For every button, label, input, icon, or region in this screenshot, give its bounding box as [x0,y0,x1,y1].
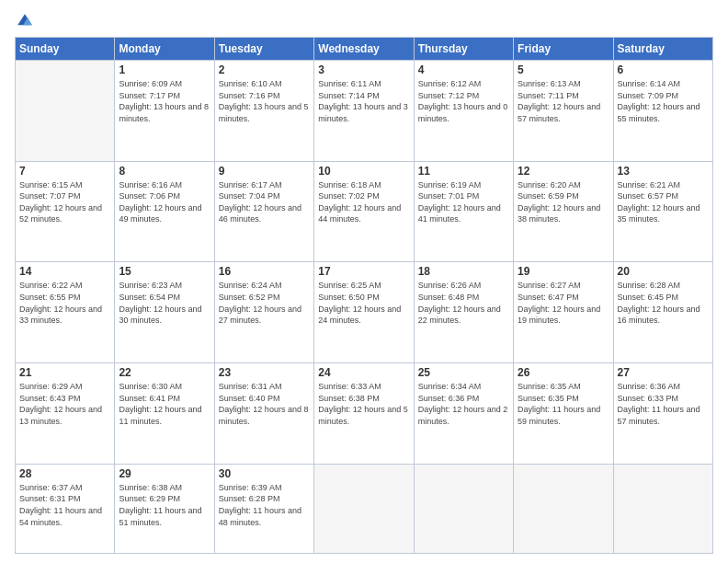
day-number: 24 [318,366,409,379]
day-number: 6 [618,63,709,76]
day-info: Sunrise: 6:27 AMSunset: 6:47 PMDaylight:… [518,280,609,326]
calendar-cell: 30Sunrise: 6:39 AMSunset: 6:28 PMDayligh… [214,464,313,553]
calendar-week-row: 1Sunrise: 6:09 AMSunset: 7:17 PMDaylight… [16,61,713,162]
calendar-cell: 19Sunrise: 6:27 AMSunset: 6:47 PMDayligh… [514,262,613,363]
day-info: Sunrise: 6:30 AMSunset: 6:41 PMDaylight:… [119,381,210,427]
day-info: Sunrise: 6:16 AMSunset: 7:06 PMDaylight:… [119,179,210,225]
calendar-cell [314,464,414,553]
calendar-cell: 17Sunrise: 6:25 AMSunset: 6:50 PMDayligh… [314,262,414,363]
day-info: Sunrise: 6:37 AMSunset: 6:31 PMDaylight:… [19,482,110,528]
day-number: 25 [418,366,509,379]
calendar-cell [514,464,613,553]
day-info: Sunrise: 6:09 AMSunset: 7:17 PMDaylight:… [119,78,210,124]
calendar-week-row: 21Sunrise: 6:29 AMSunset: 6:43 PMDayligh… [16,363,713,465]
calendar-cell [613,464,712,553]
day-number: 13 [618,165,709,178]
logo [15,13,37,33]
day-number: 11 [418,165,509,178]
day-info: Sunrise: 6:38 AMSunset: 6:29 PMDaylight:… [119,482,210,528]
day-number: 28 [19,467,110,480]
calendar-cell: 16Sunrise: 6:24 AMSunset: 6:52 PMDayligh… [214,262,313,363]
calendar-cell: 28Sunrise: 6:37 AMSunset: 6:31 PMDayligh… [16,464,115,553]
calendar-cell: 27Sunrise: 6:36 AMSunset: 6:33 PMDayligh… [613,363,712,465]
day-info: Sunrise: 6:13 AMSunset: 7:11 PMDaylight:… [518,78,609,124]
calendar-cell: 4Sunrise: 6:12 AMSunset: 7:12 PMDaylight… [414,61,513,162]
day-number: 22 [119,366,210,379]
day-info: Sunrise: 6:19 AMSunset: 7:01 PMDaylight:… [418,179,509,225]
weekday-header-wednesday: Wednesday [314,38,414,61]
calendar-cell: 22Sunrise: 6:30 AMSunset: 6:41 PMDayligh… [115,363,214,465]
calendar-cell: 26Sunrise: 6:35 AMSunset: 6:35 PMDayligh… [514,363,613,465]
calendar-cell: 10Sunrise: 6:18 AMSunset: 7:02 PMDayligh… [314,161,414,262]
day-number: 15 [119,265,210,278]
day-number: 3 [318,63,409,76]
calendar-cell: 20Sunrise: 6:28 AMSunset: 6:45 PMDayligh… [613,262,712,363]
day-number: 7 [19,165,110,178]
calendar-cell: 25Sunrise: 6:34 AMSunset: 6:36 PMDayligh… [414,363,513,465]
day-info: Sunrise: 6:39 AMSunset: 6:28 PMDaylight:… [219,482,310,528]
day-number: 27 [618,366,709,379]
header [15,9,713,33]
day-number: 5 [518,63,609,76]
day-number: 21 [19,366,110,379]
calendar-cell: 18Sunrise: 6:26 AMSunset: 6:48 PMDayligh… [414,262,513,363]
page: SundayMondayTuesdayWednesdayThursdayFrid… [0,0,728,563]
calendar-cell: 6Sunrise: 6:14 AMSunset: 7:09 PMDaylight… [613,61,712,162]
calendar-cell: 9Sunrise: 6:17 AMSunset: 7:04 PMDaylight… [214,161,313,262]
day-info: Sunrise: 6:12 AMSunset: 7:12 PMDaylight:… [418,78,509,124]
day-info: Sunrise: 6:29 AMSunset: 6:43 PMDaylight:… [19,381,110,427]
day-number: 14 [19,265,110,278]
calendar-cell: 14Sunrise: 6:22 AMSunset: 6:55 PMDayligh… [16,262,115,363]
day-number: 26 [518,366,609,379]
weekday-header-thursday: Thursday [414,38,513,61]
weekday-header-sunday: Sunday [16,38,115,61]
day-info: Sunrise: 6:20 AMSunset: 6:59 PMDaylight:… [518,179,609,225]
day-info: Sunrise: 6:36 AMSunset: 6:33 PMDaylight:… [618,381,709,427]
calendar-cell: 7Sunrise: 6:15 AMSunset: 7:07 PMDaylight… [16,161,115,262]
day-info: Sunrise: 6:23 AMSunset: 6:54 PMDaylight:… [119,280,210,326]
day-info: Sunrise: 6:15 AMSunset: 7:07 PMDaylight:… [19,179,110,225]
calendar-week-row: 28Sunrise: 6:37 AMSunset: 6:31 PMDayligh… [16,464,713,553]
day-info: Sunrise: 6:22 AMSunset: 6:55 PMDaylight:… [19,280,110,326]
calendar-cell: 29Sunrise: 6:38 AMSunset: 6:29 PMDayligh… [115,464,214,553]
day-info: Sunrise: 6:31 AMSunset: 6:40 PMDaylight:… [219,381,310,427]
day-number: 19 [518,265,609,278]
day-info: Sunrise: 6:14 AMSunset: 7:09 PMDaylight:… [618,78,709,124]
calendar-cell: 15Sunrise: 6:23 AMSunset: 6:54 PMDayligh… [115,262,214,363]
calendar-cell: 12Sunrise: 6:20 AMSunset: 6:59 PMDayligh… [514,161,613,262]
day-info: Sunrise: 6:18 AMSunset: 7:02 PMDaylight:… [318,179,409,225]
day-info: Sunrise: 6:28 AMSunset: 6:45 PMDaylight:… [618,280,709,326]
calendar-cell: 24Sunrise: 6:33 AMSunset: 6:38 PMDayligh… [314,363,414,465]
calendar-cell: 1Sunrise: 6:09 AMSunset: 7:17 PMDaylight… [115,61,214,162]
day-number: 12 [518,165,609,178]
day-info: Sunrise: 6:34 AMSunset: 6:36 PMDaylight:… [418,381,509,427]
calendar-cell: 3Sunrise: 6:11 AMSunset: 7:14 PMDaylight… [314,61,414,162]
calendar-cell: 23Sunrise: 6:31 AMSunset: 6:40 PMDayligh… [214,363,313,465]
calendar-cell: 13Sunrise: 6:21 AMSunset: 6:57 PMDayligh… [613,161,712,262]
day-number: 9 [219,165,310,178]
day-info: Sunrise: 6:35 AMSunset: 6:35 PMDaylight:… [518,381,609,427]
weekday-header-monday: Monday [115,38,214,61]
logo-icon [17,13,33,29]
day-number: 20 [618,265,709,278]
day-number: 23 [219,366,310,379]
day-info: Sunrise: 6:10 AMSunset: 7:16 PMDaylight:… [219,78,310,124]
day-number: 10 [318,165,409,178]
day-number: 29 [119,467,210,480]
calendar-cell: 2Sunrise: 6:10 AMSunset: 7:16 PMDaylight… [214,61,313,162]
calendar-cell: 11Sunrise: 6:19 AMSunset: 7:01 PMDayligh… [414,161,513,262]
day-info: Sunrise: 6:17 AMSunset: 7:04 PMDaylight:… [219,179,310,225]
calendar-cell: 21Sunrise: 6:29 AMSunset: 6:43 PMDayligh… [16,363,115,465]
day-number: 2 [219,63,310,76]
day-info: Sunrise: 6:26 AMSunset: 6:48 PMDaylight:… [418,280,509,326]
calendar-cell: 5Sunrise: 6:13 AMSunset: 7:11 PMDaylight… [514,61,613,162]
weekday-header-friday: Friday [514,38,613,61]
day-info: Sunrise: 6:25 AMSunset: 6:50 PMDaylight:… [318,280,409,326]
calendar-cell: 8Sunrise: 6:16 AMSunset: 7:06 PMDaylight… [115,161,214,262]
calendar-week-row: 7Sunrise: 6:15 AMSunset: 7:07 PMDaylight… [16,161,713,262]
day-number: 18 [418,265,509,278]
day-number: 17 [318,265,409,278]
day-info: Sunrise: 6:24 AMSunset: 6:52 PMDaylight:… [219,280,310,326]
day-info: Sunrise: 6:33 AMSunset: 6:38 PMDaylight:… [318,381,409,427]
day-number: 8 [119,165,210,178]
